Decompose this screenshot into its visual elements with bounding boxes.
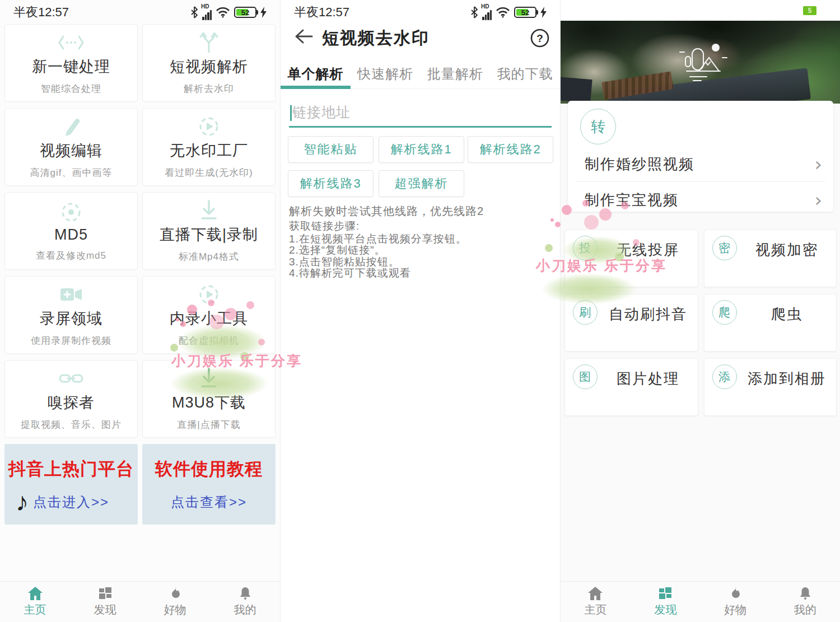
photo-logo-icon [664,42,737,89]
feature-title: 录屏领域 [40,308,102,329]
nav-label: 我的 [234,602,256,618]
nav-label: 好物 [164,602,186,618]
feature-title: 短视频解析 [170,57,248,77]
nav-home[interactable]: 主页 [0,582,70,622]
grid-icon [658,586,673,601]
download-icon [198,367,220,390]
feature-card-video-edit[interactable]: 视频编辑 高清gif、画中画等 [4,108,138,186]
feature-card-no-watermark[interactable]: 无水印工厂 看过即生成(无水印) [142,108,276,186]
link-input-wrap [289,101,552,128]
page-title: 短视频去水印 [322,27,430,50]
status-bar: 5 [561,0,840,21]
tab-batch-parse[interactable]: 批量解析 [421,58,491,88]
tab-fast-parse[interactable]: 快速解析 [351,58,421,88]
nav-mine[interactable]: 我的 [210,582,280,622]
nav-label: 发现 [654,602,676,618]
help-button[interactable]: ? [530,28,550,48]
tool-card-crawler[interactable]: 爬 爬虫 [704,294,837,352]
nav-goods[interactable]: 好物 [140,582,210,622]
clock: 半夜12:57 [294,4,349,21]
featured-card: 转 制作婚纱照视频 › 制作宝宝视频 › [568,101,833,212]
download-icon [198,199,220,222]
charging-bolt-icon [260,7,267,18]
back-button[interactable] [294,28,313,45]
chevron-right-icon: › [814,190,822,209]
nav-home[interactable]: 主页 [561,582,631,622]
steps-title: 获取链接步骤: [289,221,467,232]
pencil-icon [60,115,82,138]
grid-icon [98,586,113,601]
feature-title: 内录小工具 [170,308,248,329]
tool-badge: 图 [573,364,598,389]
parse-line2-button[interactable]: 解析线路2 [468,136,553,163]
feature-card-md5[interactable]: MD5 查看及修改md5 [4,192,138,270]
feature-grid: 新一键处理 智能综合处理 短视频解析 解析去水印 视频编辑 高清gif、画中画等… [0,24,280,525]
clock: 半夜12:57 [13,4,69,21]
tab-single-parse[interactable]: 单个解析 [281,58,351,88]
smart-paste-button[interactable]: 智能粘贴 [288,136,374,163]
banner-douyin-promo[interactable]: 抖音上热门平台 点击进入>> ♪ [4,444,138,525]
parse-line3-button[interactable]: 解析线路3 [288,170,374,197]
battery-percent: 52 [235,8,255,17]
step-item: 2.选择“复制链接”。 [289,245,467,256]
tool-card-video-encrypt[interactable]: 密 视频加密 [704,230,837,287]
feature-card-screen-record[interactable]: 录屏领域 使用录屏制作视频 [4,276,138,354]
tool-badge: 投 [573,236,598,260]
feature-subtitle: 高清gif、画中画等 [30,166,113,179]
tool-label: 添加到相册 [744,369,830,389]
feature-card-sniffer[interactable]: 嗅探者 提取视频、音乐、图片 [4,360,138,438]
flame-icon [728,586,743,601]
tool-badge: 刷 [573,300,598,325]
feature-title: M3U8下载 [172,392,246,413]
nav-goods[interactable]: 好物 [701,582,771,622]
feature-card-internal-record[interactable]: 内录小工具 配合虚拟相机 [142,276,276,354]
list-item-wedding-video[interactable]: 制作婚纱照视频 › [568,147,833,181]
battery-icon: 5 [803,6,816,15]
target-dashed-icon [60,200,82,224]
nav-label: 主页 [24,602,46,618]
bell-icon [238,586,253,601]
tool-card-wireless-cast[interactable]: 投 无线投屏 [564,230,698,287]
step-item: 3.点击智能粘贴按钮。 [289,256,467,268]
home-icon [587,586,603,601]
feature-card-live-download[interactable]: 直播下载|录制 标准Mp4格式 [142,192,276,270]
feature-card-one-key[interactable]: 新一键处理 智能综合处理 [4,24,138,102]
divider [576,181,825,182]
tool-grid: 投 无线投屏 密 视频加密 刷 自动刷抖音 爬 爬虫 图 图片处理 添 添加到相… [561,230,840,416]
nav-mine[interactable]: 我的 [770,582,840,622]
tab-my-downloads[interactable]: 我的下载 [490,58,560,88]
list-item-label: 制作宝宝视频 [585,190,814,210]
play-dashed-icon [198,115,220,138]
link-input[interactable] [289,101,552,126]
flame-icon [168,586,183,601]
status-bar: 半夜12:57 HD 52 [0,0,280,25]
battery-icon: 52 [234,7,256,18]
feature-subtitle: 查看及修改md5 [36,249,106,262]
play-dashed-icon [198,283,220,306]
feature-subtitle: 标准Mp4格式 [179,250,239,263]
tool-badge: 添 [712,364,737,389]
nav-discover[interactable]: 发现 [70,582,140,622]
banner-action: 点击查看>> [171,493,247,511]
feature-title: 嗅探者 [48,392,95,413]
step-item: 1.在短视频平台点击视频分享按钮。 [289,233,467,245]
tool-label: 无线投屏 [604,240,692,260]
banner-title: 抖音上热门平台 [8,457,134,481]
feature-title: 无水印工厂 [170,141,248,161]
tool-card-image-process[interactable]: 图 图片处理 [564,358,698,416]
bottom-nav: 主页 发现 好物 我的 [0,581,280,622]
feature-card-video-parse[interactable]: 短视频解析 解析去水印 [142,24,276,102]
step-item: 4.待解析完可下载或观看 [289,268,467,279]
banner-tutorial[interactable]: 软件使用教程 点击查看>> [142,444,276,525]
page-header: 短视频去水印 ? [281,25,560,54]
battery-icon: 52 [514,7,536,18]
tool-card-auto-douyin[interactable]: 刷 自动刷抖音 [564,294,698,352]
tool-card-add-to-album[interactable]: 添 添加到相册 [704,358,837,416]
feature-card-m3u8[interactable]: M3U8下载 直播|点播下载 [142,360,276,438]
parse-line1-button[interactable]: 解析线路1 [379,136,464,163]
header-photo [561,21,840,104]
list-item-baby-video[interactable]: 制作宝宝视频 › [568,183,833,217]
nav-discover[interactable]: 发现 [631,582,701,622]
super-parse-button[interactable]: 超强解析 [379,170,464,197]
feature-subtitle: 配合虚拟相机 [179,334,239,347]
